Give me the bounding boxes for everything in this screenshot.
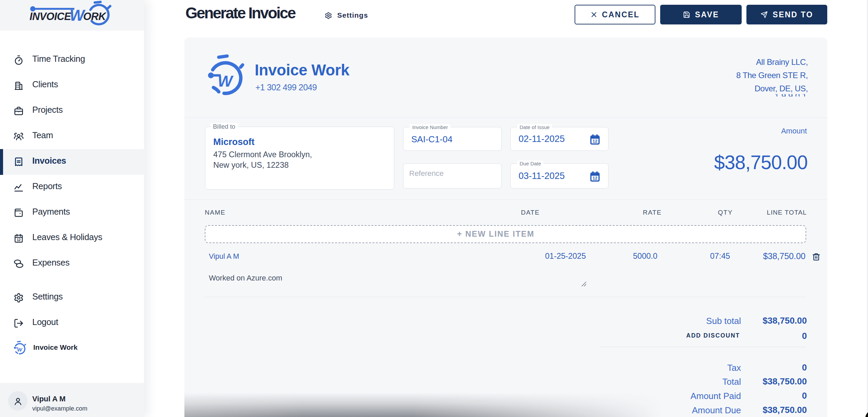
svg-text:12: 12 (17, 238, 21, 242)
svg-text:ORK: ORK (83, 11, 107, 22)
svg-text:W: W (218, 72, 234, 90)
svg-text:W: W (17, 347, 23, 352)
svg-text:12: 12 (593, 176, 597, 181)
svg-text:12: 12 (593, 139, 597, 144)
svg-text:INVOICE: INVOICE (30, 11, 72, 22)
